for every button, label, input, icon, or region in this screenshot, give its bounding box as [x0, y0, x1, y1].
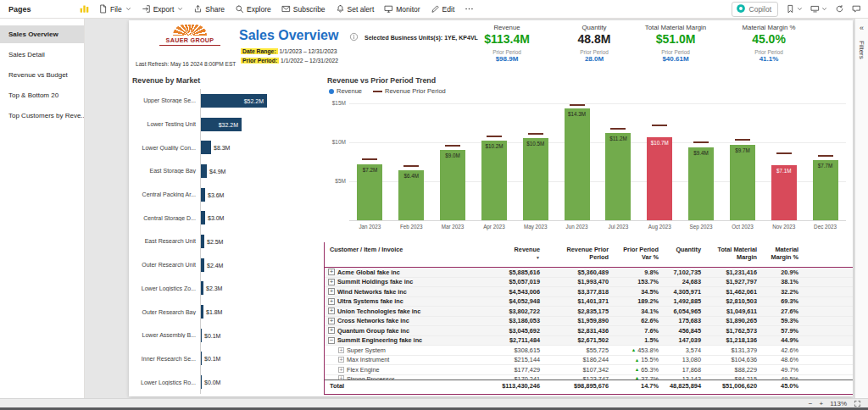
- view-button[interactable]: [810, 2, 827, 17]
- menu-file[interactable]: File: [93, 2, 136, 16]
- revenue-column[interactable]: [440, 150, 465, 220]
- expand-icon[interactable]: +: [328, 279, 335, 285]
- expand-filters-button[interactable]: «: [855, 24, 868, 32]
- zoom-out-button[interactable]: −: [809, 400, 813, 407]
- column-header-revenue[interactable]: Revenue: [498, 246, 540, 253]
- power-bi-logo-icon[interactable]: [80, 4, 89, 14]
- table-row-quantum-group-fake-inc[interactable]: +Quantum Group fake inc$3,045,692$2,831,…: [325, 326, 853, 336]
- table-row-acme-global-fake-inc[interactable]: +Acme Global fake inc$5,885,616$5,360,48…: [325, 268, 853, 278]
- export-icon: [142, 4, 151, 14]
- refresh-icon: [835, 2, 844, 17]
- market-revenue-bar[interactable]: [201, 258, 204, 272]
- column-header-quantity[interactable]: Quantity: [664, 246, 701, 253]
- zoom-level[interactable]: 113%: [830, 400, 847, 407]
- market-revenue-bar[interactable]: [201, 235, 204, 248]
- column-header-customer-item-invoice[interactable]: Customer / Item / Invoice: [330, 246, 403, 253]
- kpi-revenue: Revenue$113.4MPrior Period$98.9M: [466, 24, 548, 63]
- menu-export[interactable]: Export: [136, 2, 189, 16]
- revenue-column[interactable]: [565, 108, 590, 220]
- refresh-button[interactable]: [835, 2, 844, 17]
- cell-material-margin-pct: 32.2%: [781, 287, 798, 296]
- kpi-prior-label: Prior Period: [728, 49, 810, 55]
- sidebar-item-top-customers-by-reve[interactable]: Top Customers by Reve...: [0, 107, 84, 125]
- table-row-flex-engine[interactable]: +Flex Engine$177,429$107,342▲65.3%17,868…: [325, 365, 853, 375]
- column-header-material-margin[interactable]: Material Margin %: [758, 246, 798, 261]
- expand-icon[interactable]: +: [328, 308, 335, 314]
- up-arrow-icon: ▲: [635, 367, 639, 372]
- bookmark-button[interactable]: [786, 2, 803, 17]
- market-revenue-bar[interactable]: [201, 164, 207, 178]
- expand-icon[interactable]: +: [328, 318, 335, 324]
- x-axis-label: Feb 2023: [392, 224, 431, 230]
- revenue-column[interactable]: [523, 138, 548, 220]
- cell-revenue: $3,186,053: [509, 317, 540, 326]
- market-revenue-bar[interactable]: [201, 329, 202, 342]
- market-chart-rows: Upper Storage Se...$52.2MLower Testing U…: [129, 89, 322, 394]
- comments-button[interactable]: [852, 2, 861, 17]
- menu-subscribe[interactable]: Subscribe: [276, 2, 331, 16]
- column-header-total-material-margin[interactable]: Total Material Margin: [708, 246, 757, 261]
- market-revenue-bar[interactable]: [201, 188, 205, 202]
- table-row-ultra-systems-fake-inc[interactable]: +Ultra Systems fake inc$4,052,948$1,401,…: [325, 297, 853, 308]
- market-revenue-bar[interactable]: [201, 211, 205, 224]
- expand-icon[interactable]: +: [338, 367, 344, 373]
- sidebar-item-revenue-vs-budget[interactable]: Revenue vs Budget: [0, 66, 84, 84]
- market-category-label: East Research Unit: [129, 238, 200, 244]
- market-revenue-bar[interactable]: [201, 141, 211, 154]
- power-bi-app: Pages FileExportShareExploreSubscribeSet…: [0, 0, 868, 410]
- sidebar-item-top-bottom-20[interactable]: Top & Bottom 20: [0, 86, 84, 104]
- cell-revenue-prior: $186,244: [583, 356, 609, 365]
- expand-icon[interactable]: +: [328, 288, 335, 295]
- bookmark-icon: [786, 2, 795, 17]
- market-value-label: $0.1M: [204, 356, 220, 362]
- market-value-label: $2.3M: [206, 285, 222, 291]
- table-row-summit-holdings-fake-inc[interactable]: +Summit Holdings fake inc$5,057,019$1,99…: [325, 278, 853, 288]
- menu-explore[interactable]: Explore: [230, 2, 276, 16]
- menu-edit[interactable]: Edit: [426, 2, 460, 16]
- table-row-max-instrument[interactable]: +Max Instrument$215,144$186,244▲15.5%13,…: [325, 356, 853, 366]
- sidebar-item-sales-overview[interactable]: Sales Overview: [0, 25, 84, 43]
- fit-to-page-icon[interactable]: [854, 400, 861, 407]
- market-row: East Storage Bay$4.9M: [129, 159, 322, 183]
- copilot-button[interactable]: Copilot: [732, 2, 778, 17]
- expand-icon[interactable]: +: [338, 357, 344, 363]
- market-row: East Research Unit$2.5M: [129, 230, 322, 253]
- revenue-column[interactable]: [605, 133, 631, 220]
- revenue-column[interactable]: [813, 160, 838, 220]
- table-row-super-system[interactable]: +Super System$308,615$55,725▲453.8%3,574…: [325, 346, 853, 356]
- column-header-prior-period-var[interactable]: Prior Period Var %: [615, 246, 659, 261]
- table-row-union-technologies-fake-inc[interactable]: +Union Technologies fake inc$3,802,722$2…: [325, 307, 853, 317]
- market-category-label: Inner Research Se...: [129, 356, 200, 362]
- menu-share[interactable]: Share: [188, 2, 230, 16]
- menu-set-alert[interactable]: Set alert: [331, 2, 380, 16]
- zoom-in-button[interactable]: +: [819, 400, 823, 407]
- market-category-label: Lower Testing Unit: [129, 121, 200, 127]
- prior-period-marker: [487, 136, 502, 137]
- menu-label: Export: [153, 5, 175, 14]
- logo-text: SAUER GROUP: [159, 36, 220, 46]
- expand-icon[interactable]: +: [328, 269, 335, 275]
- column-header-revenue-prior-period[interactable]: Revenue Prior Period: [559, 246, 609, 261]
- expand-icon[interactable]: +: [338, 347, 344, 353]
- table-row-wind-networks-fake-inc[interactable]: +Wind Networks fake inc$4,543,006$3,377,…: [325, 287, 853, 297]
- market-revenue-bar[interactable]: [201, 375, 202, 389]
- cell-revenue-prior: $2,835,175: [577, 307, 609, 316]
- market-revenue-bar[interactable]: [201, 352, 202, 365]
- sidebar-item-sales-detail[interactable]: Sales Detail: [0, 46, 84, 64]
- table-row-summit-engineering-fake-inc[interactable]: −Summit Engineering fake inc$2,711,484$2…: [325, 336, 853, 346]
- revenue-column[interactable]: [688, 147, 714, 220]
- market-revenue-bar[interactable]: [201, 281, 203, 295]
- revenue-column[interactable]: [730, 145, 755, 220]
- info-icon[interactable]: [349, 32, 359, 42]
- menu-monitor[interactable]: Monitor: [379, 2, 425, 16]
- expand-icon[interactable]: +: [328, 327, 335, 334]
- revenue-column[interactable]: [481, 141, 507, 220]
- revenue-column[interactable]: [647, 137, 672, 220]
- market-row: Lower Assembly B...$0.1M: [129, 324, 322, 347]
- zoom-controls: − + 113%: [809, 400, 868, 407]
- table-row-cross-networks-fake-inc[interactable]: +Cross Networks fake inc$3,186,053$1,959…: [325, 317, 853, 327]
- market-revenue-bar[interactable]: [201, 305, 203, 319]
- collapse-icon[interactable]: −: [328, 337, 335, 344]
- expand-icon[interactable]: +: [328, 298, 335, 305]
- more-options-button[interactable]: [459, 2, 479, 16]
